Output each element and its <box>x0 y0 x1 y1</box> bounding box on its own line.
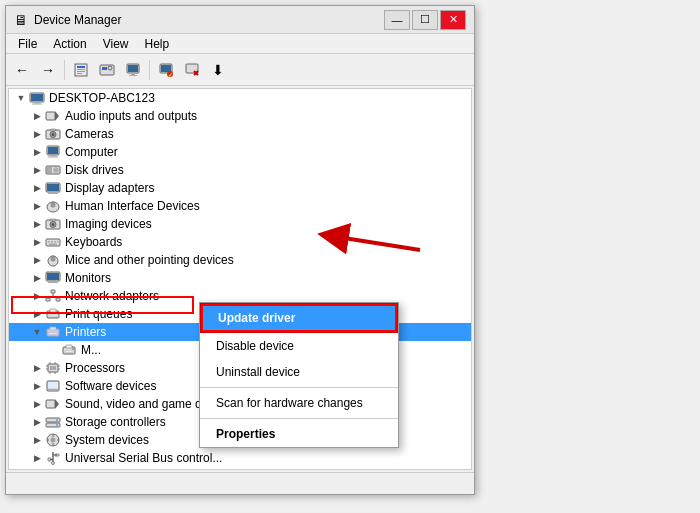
tree-item-disk[interactable]: ▶ Disk drives <box>9 161 471 179</box>
root-expand-icon: ▼ <box>13 90 29 106</box>
disk-expand-icon: ▶ <box>29 162 45 178</box>
download-button[interactable]: ⬇ <box>206 58 230 82</box>
ctx-scan[interactable]: Scan for hardware changes <box>200 390 398 416</box>
tree-item-computer[interactable]: ▶ Computer <box>9 143 471 161</box>
svg-point-36 <box>55 169 57 171</box>
keyboards-expand-icon: ▶ <box>29 234 45 250</box>
forward-button[interactable]: → <box>36 58 60 82</box>
svg-rect-47 <box>50 219 56 221</box>
ctx-uninstall-device[interactable]: Uninstall device <box>200 359 398 385</box>
imaging-expand-icon: ▶ <box>29 216 45 232</box>
wsd-expand-icon: ▶ <box>29 468 45 470</box>
printers-label: Printers <box>65 325 106 339</box>
menu-file[interactable]: File <box>10 35 45 53</box>
menu-help[interactable]: Help <box>137 35 178 53</box>
svg-point-97 <box>56 424 58 426</box>
wsd-label: WSD Print Provider <box>65 469 169 470</box>
tree-item-usb[interactable]: ▶ Universal Serial Bus control... <box>9 449 471 467</box>
sound-icon <box>45 396 61 412</box>
remove-button[interactable] <box>180 58 204 82</box>
svg-rect-9 <box>128 65 138 72</box>
svg-point-46 <box>52 223 55 226</box>
svg-rect-1 <box>77 66 85 68</box>
svg-rect-68 <box>50 309 56 312</box>
svg-rect-11 <box>129 75 137 76</box>
tree-root[interactable]: ▼ DESKTOP-ABC123 <box>9 89 471 107</box>
svg-rect-80 <box>50 366 56 370</box>
menu-action[interactable]: Action <box>45 35 94 53</box>
tree-item-hid[interactable]: ▶ Human Interface Devices <box>9 197 471 215</box>
display-expand-icon: ▶ <box>29 180 45 196</box>
scan-label: Scan for hardware changes <box>216 396 363 410</box>
svg-line-65 <box>48 296 53 298</box>
toolbar-separator-1 <box>64 60 65 80</box>
device-manager-window: 🖥 Device Manager — ☐ ✕ File Action View … <box>5 5 475 495</box>
properties-button[interactable] <box>69 58 93 82</box>
window-icon: 🖥 <box>14 12 28 28</box>
tree-item-cameras[interactable]: ▶ Cameras <box>9 125 471 143</box>
svg-rect-60 <box>48 282 58 283</box>
svg-rect-90 <box>48 382 58 388</box>
ctx-disable-device[interactable]: Disable device <box>200 333 398 359</box>
tree-item-audio[interactable]: ▶ Audio inputs and outputs <box>9 107 471 125</box>
tree-item-wsd[interactable]: ▶ WSD Print Provider <box>9 467 471 470</box>
uninstall-device-label: Uninstall device <box>216 365 300 379</box>
svg-rect-3 <box>77 71 85 72</box>
title-controls: — ☐ ✕ <box>384 10 466 30</box>
ctx-update-driver[interactable]: Update driver <box>200 303 398 333</box>
wsd-icon <box>45 468 61 470</box>
back-button[interactable]: ← <box>10 58 34 82</box>
storage-label: Storage controllers <box>65 415 166 429</box>
printers-icon <box>45 324 61 340</box>
close-button[interactable]: ✕ <box>440 10 466 30</box>
context-menu: Update driver Disable device Uninstall d… <box>199 302 399 448</box>
svg-rect-2 <box>77 69 85 70</box>
monitors-icon <box>45 270 61 286</box>
usb-icon <box>45 450 61 466</box>
audio-icon <box>45 108 61 124</box>
svg-rect-28 <box>50 129 56 131</box>
title-bar-left: 🖥 Device Manager <box>14 12 121 28</box>
tree-item-keyboards[interactable]: ▶ Keyboards <box>9 233 471 251</box>
printq-icon <box>45 306 61 322</box>
tree-item-imaging[interactable]: ▶ Imaging devices <box>9 215 471 233</box>
processors-icon <box>45 360 61 376</box>
svg-rect-30 <box>48 147 58 154</box>
printer-sub-expand <box>45 342 61 358</box>
disk-icon <box>45 162 61 178</box>
printer-sub-label: M... <box>81 343 101 357</box>
svg-point-74 <box>56 330 58 332</box>
menu-view[interactable]: View <box>95 35 137 53</box>
cameras-expand-icon: ▶ <box>29 126 45 142</box>
svg-rect-13 <box>161 65 171 72</box>
svg-rect-52 <box>57 241 59 243</box>
hid-label: Human Interface Devices <box>65 199 200 213</box>
usb-expand-icon: ▶ <box>29 450 45 466</box>
device-tree[interactable]: ▼ DESKTOP-ABC123 ▶ Audio inputs and <box>8 88 472 470</box>
svg-text:✓: ✓ <box>168 72 173 78</box>
minimize-button[interactable]: — <box>384 10 410 30</box>
printq-expand-icon: ▶ <box>29 306 45 322</box>
svg-rect-91 <box>48 389 58 391</box>
svg-point-96 <box>56 419 58 421</box>
svg-rect-72 <box>50 327 56 330</box>
svg-rect-20 <box>31 94 43 101</box>
ctx-separator-1 <box>200 387 398 388</box>
svg-point-70 <box>56 312 58 314</box>
tree-item-mice[interactable]: ▶ Mice and other pointing devices <box>9 251 471 269</box>
svg-rect-92 <box>46 400 55 408</box>
mice-label: Mice and other pointing devices <box>65 253 234 267</box>
software-icon <box>45 378 61 394</box>
properties-label: Properties <box>216 427 275 441</box>
maximize-button[interactable]: ☐ <box>412 10 438 30</box>
ctx-properties[interactable]: Properties <box>200 421 398 447</box>
tree-item-display[interactable]: ▶ Display adapters <box>9 179 471 197</box>
scan-button[interactable] <box>95 58 119 82</box>
svg-rect-63 <box>56 298 60 301</box>
system-expand-icon: ▶ <box>29 432 45 448</box>
update-button[interactable]: ✓ <box>154 58 178 82</box>
monitor-button[interactable] <box>121 58 145 82</box>
svg-rect-53 <box>49 244 57 246</box>
imaging-label: Imaging devices <box>65 217 152 231</box>
tree-item-monitors[interactable]: ▶ Monitors <box>9 269 471 287</box>
